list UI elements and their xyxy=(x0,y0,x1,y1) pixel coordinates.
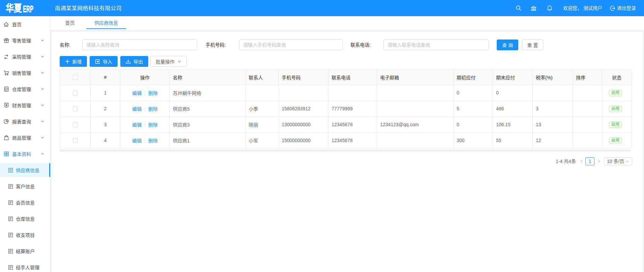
svg-text:ERP: ERP xyxy=(23,4,33,14)
svg-text:华夏: 华夏 xyxy=(6,3,22,14)
